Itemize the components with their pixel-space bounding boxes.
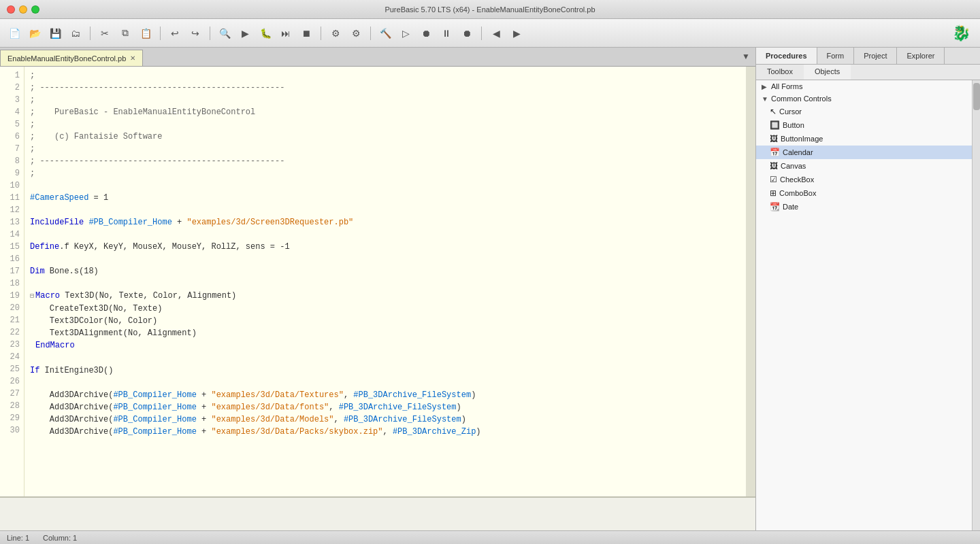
bottom-area [0,496,755,530]
logo-button: 🐉 [947,22,975,45]
close-button[interactable] [7,5,15,14]
prefs-button[interactable]: ⚙ [347,24,365,42]
date-icon: 📆 [770,202,780,211]
toolbar: 📄 📂 💾 🗂 ✂ ⧉ 📋 ↩ ↪ 🔍 ▶ 🐛 ⏭ ⏹ ⚙ ⚙ 🔨 ▷ ⏺ ⏸ … [0,19,980,48]
calendar-label: Calendar [783,148,813,156]
minimize-button[interactable] [19,5,27,14]
tree-panel: ▶ All Forms ▼ Common Controls ↖ Cursor 🔲… [756,80,972,530]
maximize-button[interactable] [31,5,39,14]
save-all-button[interactable]: 🗂 [67,24,84,42]
main-layout: EnableManualEntityBoneControl.pb ✕ ▼ 123… [0,48,980,530]
tree-item-cursor[interactable]: ↖ Cursor [756,105,972,118]
sep2 [160,27,161,40]
window-controls[interactable] [7,5,39,14]
code-editor[interactable]: 12345 678910 1112131415 1617181920 21222… [0,67,755,496]
common-controls-label: Common Controls [771,95,832,103]
right-top-tabs: Procedures Form Project Explorer [756,48,980,65]
checkbox-label: CheckBox [780,175,814,184]
tab-label: EnableManualEntityBoneControl.pb [7,54,126,63]
save-button[interactable]: 💾 [46,24,64,42]
button-icon: 🔲 [770,120,780,130]
tree-item-canvas[interactable]: 🖼 Canvas [756,159,972,173]
copy-button[interactable]: ⧉ [116,24,134,42]
date-label: Date [783,203,798,211]
nav-forward-button[interactable]: ▶ [508,24,525,42]
stop-button[interactable]: ⏹ [297,24,315,42]
pause-button[interactable]: ⏸ [438,24,455,42]
right-panel-inner: ▶ All Forms ▼ Common Controls ↖ Cursor 🔲… [756,80,980,530]
tree-item-all-forms[interactable]: ▶ All Forms [756,80,972,92]
tab-toolbox[interactable]: Toolbox [756,65,804,80]
tab-explorer[interactable]: Explorer [897,48,945,64]
right-scrollbar[interactable] [972,80,980,530]
test-button[interactable]: ⏺ [417,24,435,42]
line-status: Line: 1 [7,534,29,542]
right-panel: Procedures Form Project Explorer Toolbox… [755,48,980,530]
expand-icon: ▶ [762,83,768,90]
redo-button[interactable]: ↪ [186,24,204,42]
chevron-down-icon: ▼ [742,52,750,61]
tree-item-date[interactable]: 📆 Date [756,200,972,214]
editor-tab[interactable]: EnableManualEntityBoneControl.pb ✕ [0,50,143,66]
sep3 [210,27,210,40]
tab-procedures[interactable]: Procedures [756,48,817,64]
canvas-label: Canvas [781,162,806,170]
run-button[interactable]: ▶ [236,24,254,42]
tree-item-combobox[interactable]: ⊞ ComboBox [756,186,972,200]
stop2-button[interactable]: ⏺ [458,24,476,42]
cursor-icon: ↖ [770,107,777,116]
debug-button[interactable]: 🐛 [257,24,274,42]
run2-button[interactable]: ▷ [397,24,414,42]
collapse-icon: ▼ [762,95,768,103]
new-button[interactable]: 📄 [5,24,23,42]
tree-item-common-controls[interactable]: ▼ Common Controls [756,92,972,105]
cut-button[interactable]: ✂ [96,24,114,42]
undo-button[interactable]: ↩ [166,24,184,42]
paste-button[interactable]: 📋 [137,24,154,42]
editor-area: EnableManualEntityBoneControl.pb ✕ ▼ 123… [0,48,755,530]
build-button[interactable]: 🔨 [376,24,394,42]
checkbox-icon: ☑ [770,175,777,184]
tab-form[interactable]: Form [817,48,855,64]
find-button[interactable]: 🔍 [216,24,233,42]
settings-button[interactable]: ⚙ [327,24,344,42]
tree-item-button-image[interactable]: 🖼 ButtonImage [756,132,972,146]
open-button[interactable]: 📂 [26,24,44,42]
tab-objects[interactable]: Objects [804,65,851,80]
button-label: Button [783,121,804,129]
tree-item-checkbox[interactable]: ☑ CheckBox [756,173,972,186]
combobox-label: ComboBox [779,189,816,197]
code-text[interactable]: ; ; ------------------------------------… [24,67,746,496]
canvas-icon: 🖼 [770,161,778,171]
code-scrollbar[interactable] [746,67,755,496]
cursor-label: Cursor [779,107,802,116]
nav-back-button[interactable]: ◀ [487,24,505,42]
tree-item-calendar[interactable]: 📅 Calendar [756,146,972,159]
combobox-icon: ⊞ [770,188,777,198]
calendar-icon: 📅 [770,148,780,157]
sep4 [321,27,321,40]
tab-close-icon[interactable]: ✕ [130,54,135,62]
title-bar: PureBasic 5.70 LTS (x64) - EnableManualE… [0,0,980,19]
column-status: Column: 1 [43,534,77,542]
tab-dropdown[interactable]: ▼ [736,47,755,66]
line-numbers: 12345 678910 1112131415 1617181920 21222… [0,67,24,496]
window-title: PureBasic 5.70 LTS (x64) - EnableManualE… [385,5,595,14]
tree-item-button[interactable]: 🔲 Button [756,118,972,132]
button-image-label: ButtonImage [781,135,823,143]
step-button[interactable]: ⏭ [277,24,295,42]
right-second-tabs: Toolbox Objects [756,65,980,80]
all-forms-label: All Forms [771,82,802,90]
sep5 [370,27,371,40]
sep6 [481,27,482,40]
sep1 [90,27,91,40]
tab-project[interactable]: Project [854,48,897,64]
tab-bar: EnableManualEntityBoneControl.pb ✕ ▼ [0,48,755,67]
button-image-icon: 🖼 [770,134,778,143]
status-bar: Line: 1 Column: 1 [0,530,980,544]
